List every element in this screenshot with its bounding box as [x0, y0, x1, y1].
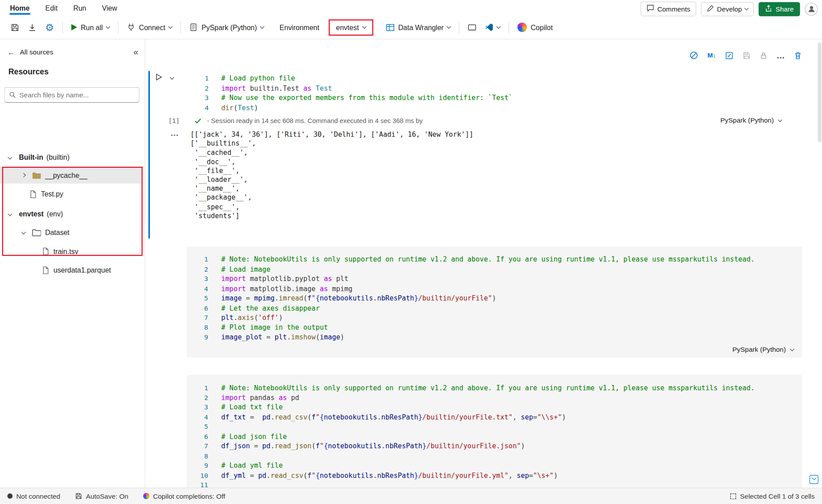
menu-bar: Home Edit Run View Comments Develop — [0, 0, 822, 16]
markdown-icon[interactable]: M↓ — [707, 52, 716, 59]
annotation-highlight-envtest: envtest — [329, 19, 373, 35]
develop-label: Develop — [717, 5, 742, 13]
code-cell-2[interactable]: 123456789 # Note: NotebookUtils is only … — [187, 246, 802, 358]
code-editor[interactable]: # Note: NotebookUtils is only supported … — [221, 255, 755, 342]
output-more-button[interactable]: … — [170, 128, 179, 138]
search-input[interactable] — [19, 91, 135, 99]
tree-item-parquet[interactable]: userdata1.parquet — [0, 262, 142, 278]
save-icon — [75, 492, 82, 500]
chevron-down-icon[interactable] — [170, 75, 174, 80]
menu-edit[interactable]: Edit — [38, 1, 65, 15]
menu-view[interactable]: View — [94, 1, 125, 15]
code-editor[interactable]: # Note: NotebookUtils is only supported … — [221, 383, 755, 488]
code-editor[interactable]: # Load python fileimport builtin.Test as… — [221, 74, 513, 113]
run-by-line-button[interactable] — [690, 51, 699, 60]
play-icon — [71, 24, 77, 31]
chevron-down-icon[interactable] — [8, 212, 12, 216]
download-button[interactable] — [23, 19, 41, 35]
language-selector[interactable]: PySpark (Python) — [185, 20, 268, 35]
lock-cell-button[interactable] — [760, 51, 768, 60]
more-options-button[interactable]: … — [776, 54, 785, 57]
data-wrangler-button[interactable]: Data Wrangler — [381, 19, 455, 35]
collapse-sidebar-icon[interactable]: « — [134, 48, 138, 57]
tree-item-testpy[interactable]: Test.py — [0, 186, 142, 202]
copilot-button[interactable]: Copilot — [513, 19, 557, 35]
comments-button[interactable]: Comments — [641, 2, 696, 16]
code-cell-3[interactable]: 1234567891011 # Note: NotebookUtils is o… — [187, 375, 802, 488]
tree-item-pycache[interactable]: __pycache__ — [0, 167, 142, 184]
pycache-label: __pycache__ — [45, 171, 87, 179]
folder-open-icon — [32, 228, 41, 236]
execution-count: [1] — [168, 117, 180, 125]
vertical-scrollbar[interactable] — [818, 42, 822, 142]
develop-button[interactable]: Develop — [701, 2, 754, 16]
gear-icon: ⚙ — [45, 22, 54, 32]
lock-icon — [760, 51, 768, 60]
kernel-label: PySpark (Python) — [733, 346, 786, 354]
all-sources-link[interactable]: All sources — [20, 48, 53, 56]
connect-button[interactable]: Connect — [123, 20, 176, 35]
autosave-toggle[interactable]: AutoSave: On — [75, 492, 128, 500]
run-cell-button[interactable] — [155, 73, 163, 84]
code-cell-1[interactable]: 1234 # Load python fileimport builtin.Te… — [145, 70, 807, 265]
copilot-completions-toggle[interactable]: Copilot completions: Off — [143, 492, 225, 500]
dataset-label: Dataset — [45, 228, 69, 236]
scroll-down-button[interactable] — [810, 475, 818, 484]
person-icon — [807, 5, 815, 13]
tree-item-builtin[interactable]: Built-in (builtin) — [0, 150, 142, 165]
connection-dot-icon — [8, 493, 13, 499]
chevron-right-icon[interactable] — [21, 173, 26, 177]
back-arrow-icon[interactable]: ← — [8, 48, 15, 56]
edit-box-button[interactable] — [725, 51, 734, 60]
tree-item-dataset[interactable]: Dataset — [0, 224, 142, 240]
chevron-down-icon — [260, 24, 265, 29]
line-numbers: 1234567891011 — [187, 383, 208, 488]
chevron-down-icon[interactable] — [8, 155, 12, 159]
chevron-down-icon — [778, 117, 782, 122]
menu-run[interactable]: Run — [65, 1, 94, 15]
cell-kernel-selector[interactable]: PySpark (Python) — [720, 116, 781, 124]
tree-item-train[interactable]: train.tsv — [0, 243, 142, 259]
vscode-button[interactable] — [481, 20, 504, 35]
search-icon — [9, 91, 16, 99]
envtest-label: envtest — [19, 210, 44, 218]
notebook-canvas: M↓ … 1234 # Loa — [145, 39, 822, 488]
cell-selection-status: Selected Cell 1 of 3 cells — [730, 492, 814, 500]
save-button[interactable] — [6, 19, 23, 35]
menu-home[interactable]: Home — [2, 1, 38, 15]
top-actions: Comments Develop Share — [641, 2, 818, 16]
divider — [509, 21, 509, 33]
chevron-down-icon — [790, 346, 795, 351]
cell-kernel-selector[interactable]: PySpark (Python) — [733, 346, 794, 354]
search-box — [4, 87, 139, 103]
edit-box-icon — [725, 51, 734, 60]
share-button[interactable]: Share — [759, 2, 800, 16]
resources-sidebar: ← All sources « Resources Built-in (buil… — [0, 39, 145, 488]
cell-toolbar: M↓ … — [690, 51, 802, 60]
autosave-label: AutoSave: On — [86, 492, 128, 500]
settings-button[interactable]: ⚙ — [41, 19, 58, 35]
chevron-down-icon[interactable] — [21, 230, 26, 235]
download-icon — [28, 23, 37, 32]
cell-output: [['jack', 34, '36'], ['Riti', 30, 'Delhi… — [190, 130, 473, 220]
delete-cell-button[interactable] — [794, 51, 802, 60]
focus-mode-button[interactable] — [464, 19, 481, 35]
notebook-toolbar: ⚙ Run all Connect PySpark (Python) Envir… — [0, 16, 822, 39]
environment-button[interactable]: Environment — [275, 20, 323, 35]
connect-label: Connect — [139, 23, 165, 31]
environment-selector[interactable]: envtest — [333, 21, 369, 33]
comments-label: Comments — [657, 5, 690, 13]
copilot-completions-label: Copilot completions: Off — [153, 492, 225, 500]
tree-item-envtest[interactable]: envtest (env) — [0, 206, 142, 222]
chevron-down-icon — [745, 6, 749, 10]
status-bar: Not connected AutoSave: On Copilot compl… — [0, 488, 822, 504]
avatar[interactable] — [805, 2, 818, 15]
vscode-icon — [485, 23, 493, 31]
connection-status[interactable]: Not connected — [8, 492, 60, 500]
envtest-suffix: (env) — [47, 210, 63, 218]
save-cell-button[interactable] — [742, 51, 751, 60]
run-all-button[interactable]: Run all — [67, 20, 114, 35]
environment-label: Environment — [280, 23, 319, 31]
data-wrangler-icon — [386, 23, 395, 32]
chevron-down-icon — [106, 24, 110, 29]
